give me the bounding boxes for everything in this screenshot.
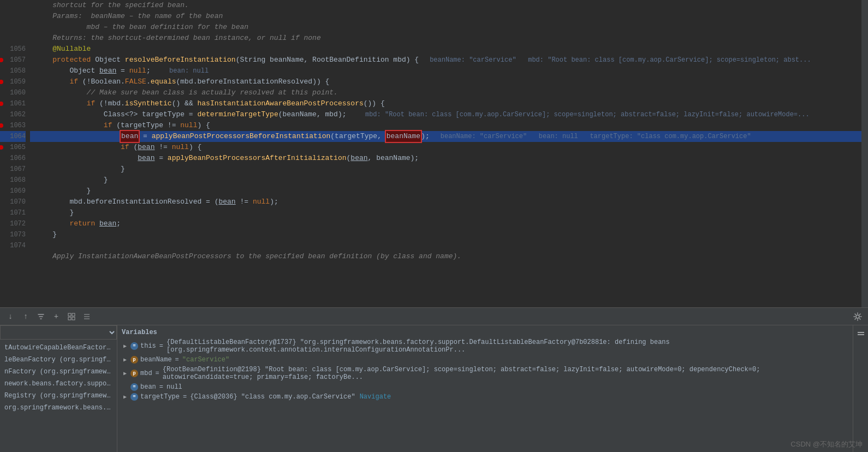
svg-point-7: [856, 315, 859, 318]
hint-1064: beanName: "carService" bean: null target…: [441, 131, 751, 142]
var-item-this[interactable]: ▶ = this = {DefaultListableBeanFactory@1…: [117, 337, 853, 355]
navigate-link[interactable]: Navigate: [360, 393, 391, 401]
var-bean-1065: bean: [138, 142, 154, 153]
mbd-1059: (mbd.beforeInstantiationResolved)) {: [176, 76, 330, 87]
bean-null-1065: (: [133, 142, 138, 153]
ln-1068: 1068: [0, 175, 26, 186]
expand-targettype[interactable]: ▶: [122, 394, 128, 400]
ln-1069: 1069: [0, 186, 26, 197]
varname-beanname: beanName: [140, 356, 172, 364]
code-line-1065: if (bean != null) {: [30, 142, 861, 153]
varval-mbd: {RootBeanDefinition@2198} "Root bean: cl…: [163, 366, 848, 381]
main-container: 1056 1057 1058 1059 1060 1061 1062 1063 …: [0, 0, 868, 452]
code-1061-indent: [35, 98, 87, 109]
comment-text: Params: beanName – the name of the bean: [35, 11, 223, 22]
svg-rect-0: [68, 313, 71, 316]
frame-item-2[interactable]: leBeanFactory (org.springframework.: [0, 354, 117, 366]
method-determinetarget: determineTargetType: [197, 109, 278, 120]
variables-panel: Variables ▶ = this = {DefaultListableBea…: [117, 325, 853, 452]
code-line-1062: Class<?> targetType = determineTargetTyp…: [30, 109, 861, 120]
expand-this[interactable]: ▶: [122, 343, 128, 349]
svg-rect-2: [68, 317, 71, 320]
var-bean-1070: bean: [218, 197, 235, 207]
kw-if-1061: if: [87, 98, 99, 109]
code-1067: }: [35, 164, 125, 175]
code-line-1066: bean = applyBeanPostProcessorsAfterIniti…: [30, 153, 861, 164]
line-numbers: 1056 1057 1058 1059 1060 1061 1062 1063 …: [0, 0, 30, 307]
code-line-1061: if (!mbd.isSynthetic() && hasInstantiati…: [30, 98, 861, 109]
cls-boolean: Boolean: [91, 76, 121, 87]
ln-empty2: [0, 11, 26, 22]
code-1061-rest: (!: [99, 98, 108, 109]
eq-null: =: [116, 66, 129, 76]
frame-item-6[interactable]: org.springframework.beans.factory.sup: [0, 402, 117, 414]
param-beanname: beanName,: [270, 55, 312, 66]
svg-rect-1: [72, 313, 75, 316]
varval-beanname: "carService": [182, 356, 229, 364]
variables-header: Variables: [117, 328, 853, 337]
method-hasinst: hasInstantiationAwareBeanPostProcessors: [198, 98, 364, 109]
var-bean-1058: bean: [99, 66, 116, 76]
code-1070-indent: [35, 197, 69, 207]
comment-bottom: Apply InstantiationAwareBeanPostProcesso…: [35, 251, 461, 262]
var-item-targettype[interactable]: ▶ = targetType = {Class@2036} "class com…: [117, 392, 853, 402]
code-line-1064: bean = applyBeanPostProcessorsBeforeInst…: [30, 131, 861, 142]
ln-empty4: [0, 33, 26, 44]
tool-btn-add[interactable]: +: [50, 311, 62, 323]
code-1062-indent: [35, 109, 104, 120]
code-1064-eq: =: [139, 131, 151, 142]
hint-1058: bean: null: [162, 66, 209, 76]
and-1061: () &&: [172, 98, 198, 109]
code-line-doc3: mbd – the bean definition for the bean: [30, 22, 861, 33]
code-1071: }: [35, 207, 74, 218]
kw-null-1070: null: [253, 197, 270, 207]
varval-this: {DefaultListableBeanFactory@1737} "org.s…: [167, 338, 848, 354]
var-item-mbd[interactable]: ▶ p mbd = {RootBeanDefinition@2198} "Roo…: [117, 365, 853, 382]
cls-object: Object: [95, 55, 125, 66]
var-bean-1066-arg: bean: [350, 153, 367, 164]
code-line-1069: }: [30, 186, 861, 197]
code-1065-indent: [35, 142, 121, 153]
scrollbar[interactable]: [861, 0, 868, 307]
code-area: 1056 1057 1058 1059 1060 1061 1062 1063 …: [0, 0, 868, 307]
panel-icon-1[interactable]: [855, 328, 867, 340]
ln-1073: 1073: [0, 229, 26, 240]
frame-item-5[interactable]: Registry (org.springframework.beans.f: [0, 390, 117, 402]
tool-btn-grid[interactable]: [66, 311, 78, 323]
ln-empty-bottom: [0, 251, 26, 262]
code-editor-area: 1056 1057 1058 1059 1060 1061 1062 1063 …: [0, 0, 868, 307]
tool-btn-down[interactable]: ↓: [4, 311, 16, 323]
ln-1064: 1064: [0, 131, 26, 142]
frame-item-4[interactable]: nework.beans.factory.support.Abstract: [0, 378, 117, 390]
eq-1066: =: [154, 153, 167, 164]
rest-1061: ()) {: [364, 98, 385, 109]
var-item-bean[interactable]: ▶ = bean = null: [117, 382, 853, 392]
comment-1060: // Make sure bean class is actually reso…: [35, 87, 338, 98]
varname-targettype: targetType: [140, 393, 180, 401]
code-1064-args: (targetType,: [330, 131, 385, 142]
frame-dropdown[interactable]: [0, 325, 117, 340]
code-line-doc2: Params: beanName – the name of the bean: [30, 11, 861, 22]
code-content[interactable]: shortcut for the specified bean. Params:…: [30, 0, 861, 307]
frames-panel[interactable]: tAutowireCapableBeanFactory (org.sp leBe…: [0, 325, 117, 452]
ln-empty1: [0, 0, 26, 11]
kw-return: return: [69, 218, 99, 229]
ln-1067: 1067: [0, 164, 26, 175]
mbd-beforeinst: mbd.beforeInstantiationResolved = (: [69, 197, 218, 207]
icon-this: =: [130, 342, 138, 350]
frame-item-3[interactable]: nFactory (org.springframework.beans.: [0, 366, 117, 378]
code-line-1074: [30, 240, 861, 251]
frame-item-1[interactable]: tAutowireCapableBeanFactory (org.sp: [0, 342, 117, 354]
tool-btn-gear[interactable]: [852, 311, 864, 323]
tool-btn-list[interactable]: [81, 311, 93, 323]
cls-string: String: [240, 55, 270, 66]
kw-false: FALSE: [125, 76, 146, 87]
tool-btn-filter[interactable]: [35, 311, 47, 323]
tool-btn-up[interactable]: ↑: [20, 311, 32, 323]
expand-mbd[interactable]: ▶: [122, 370, 128, 377]
icon-beanname: p: [130, 356, 138, 364]
paren-1059: (!: [82, 76, 91, 87]
neq-null-1065: !=: [154, 142, 171, 153]
var-item-beanname[interactable]: ▶ p beanName = "carService": [117, 355, 853, 365]
expand-beanname[interactable]: ▶: [122, 356, 128, 363]
